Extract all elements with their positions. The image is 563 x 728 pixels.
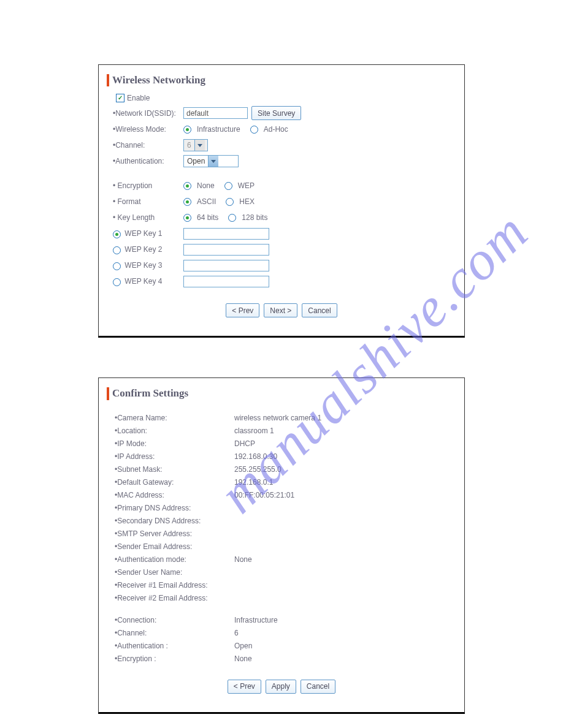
mac-value: 00:FF:00:05:21:01	[234, 490, 294, 501]
smtp-label: •SMTP Server Address:	[115, 528, 234, 539]
auth-mode-label: •Authentication mode:	[115, 554, 234, 565]
c-enc-value: None	[234, 653, 252, 664]
enc-none-radio[interactable]	[183, 182, 191, 190]
apply-button[interactable]: Apply	[266, 680, 296, 694]
confirm-panel: Confirm Settings •Camera Name:wireless n…	[98, 377, 465, 713]
ip-addr-label: •IP Address:	[115, 451, 234, 462]
chevron-down-icon	[194, 140, 205, 151]
auth-mode-value: None	[234, 554, 252, 565]
mode-adhoc-label: Ad-Hoc	[264, 125, 288, 134]
fmt-ascii-radio[interactable]	[183, 198, 191, 206]
mode-adhoc-radio[interactable]	[250, 126, 258, 134]
ssid-input[interactable]	[183, 107, 248, 119]
wepkey2-radio[interactable]	[113, 246, 121, 254]
connection-value: Infrastructure	[234, 615, 278, 626]
wepkey4-input[interactable]	[183, 276, 269, 287]
fmt-hex-radio[interactable]	[226, 198, 234, 206]
wepkey2-input[interactable]	[183, 244, 269, 256]
wepkey3-radio[interactable]	[113, 262, 121, 270]
wepkey3-label: WEP Key 3	[124, 261, 162, 270]
camera-name-label: •Camera Name:	[115, 412, 234, 423]
wepkey1-label: WEP Key 1	[124, 229, 162, 238]
primary-dns-label: •Primary DNS Address:	[115, 502, 234, 514]
keylen-64-label: 64 bits	[197, 213, 218, 222]
ip-mode-label: •IP Mode:	[115, 438, 234, 449]
enc-wep-radio[interactable]	[224, 182, 232, 190]
gateway-label: •Default Gateway:	[115, 477, 234, 488]
channel-select: 6	[183, 139, 208, 151]
gateway-value: 192.168.0.1	[234, 477, 273, 488]
subnet-value: 255.255.255.0	[234, 464, 282, 475]
fmt-ascii-label: ASCII	[197, 197, 216, 206]
prev-button[interactable]: < Prev	[228, 680, 261, 694]
enc-label: • Encryption	[110, 181, 183, 190]
connection-label: •Connection:	[115, 615, 234, 626]
confirm-title: Confirm Settings	[107, 387, 453, 400]
fmt-hex-label: HEX	[239, 197, 255, 206]
c-channel-value: 6	[234, 628, 239, 639]
mac-label: •MAC Address:	[115, 490, 234, 501]
c-channel-label: •Channel:	[115, 628, 234, 639]
recv1-label: •Receiver #1 Email Address:	[115, 580, 234, 591]
ip-mode-value: DHCP	[234, 438, 255, 449]
mode-infra-radio[interactable]	[183, 126, 191, 134]
location-label: •Location:	[115, 425, 234, 436]
wepkey1-input[interactable]	[183, 228, 269, 240]
auth-select[interactable]: Open	[183, 155, 239, 167]
cancel-button[interactable]: Cancel	[302, 303, 337, 317]
ssid-label: •Network ID(SSID):	[110, 109, 183, 118]
subnet-label: •Subnet Mask:	[115, 464, 234, 475]
mode-infra-label: Infrastructure	[197, 125, 240, 134]
wepkey4-radio[interactable]	[113, 278, 121, 286]
channel-label: •Channel:	[110, 141, 183, 150]
keylen-64-radio[interactable]	[183, 214, 191, 222]
auth-label: •Authentication:	[110, 157, 183, 165]
keylen-128-label: 128 bits	[242, 213, 267, 222]
wepkey4-label: WEP Key 4	[124, 277, 162, 286]
wepkey3-input[interactable]	[183, 260, 269, 271]
format-label: • Format	[110, 197, 183, 206]
camera-name-value: wireless network camera 1	[234, 412, 321, 423]
keylen-label: • Key Length	[110, 213, 183, 222]
chevron-down-icon	[208, 156, 218, 167]
wepkey1-radio[interactable]	[113, 230, 121, 238]
sender-user-label: •Sender User Name:	[115, 567, 234, 578]
next-button[interactable]: Next >	[264, 303, 297, 317]
sender-email-label: •Sender Email Address:	[115, 541, 234, 552]
c-auth-label: •Authentication :	[115, 640, 234, 651]
c-auth-value: Open	[234, 640, 252, 651]
prev-button[interactable]: < Prev	[226, 303, 259, 317]
mode-label: •Wireless Mode:	[110, 125, 183, 134]
location-value: classroom 1	[234, 425, 274, 436]
enc-wep-label: WEP	[238, 181, 255, 190]
wireless-panel: Wireless Networking Enable •Network ID(S…	[98, 64, 465, 338]
c-enc-label: •Encryption :	[115, 653, 234, 664]
enc-none-label: None	[197, 181, 215, 190]
wepkey2-label: WEP Key 2	[124, 245, 162, 254]
keylen-128-radio[interactable]	[228, 214, 236, 222]
enable-checkbox[interactable]	[116, 94, 124, 102]
ip-addr-value: 192.168.0.30	[234, 451, 277, 462]
recv2-label: •Receiver #2 Email Address:	[115, 593, 234, 604]
enable-label: Enable	[127, 94, 150, 102]
secondary-dns-label: •Secondary DNS Address:	[115, 515, 234, 526]
site-survey-button[interactable]: Site Survey	[251, 106, 301, 120]
wireless-title: Wireless Networking	[107, 74, 453, 86]
cancel-button[interactable]: Cancel	[301, 680, 335, 694]
